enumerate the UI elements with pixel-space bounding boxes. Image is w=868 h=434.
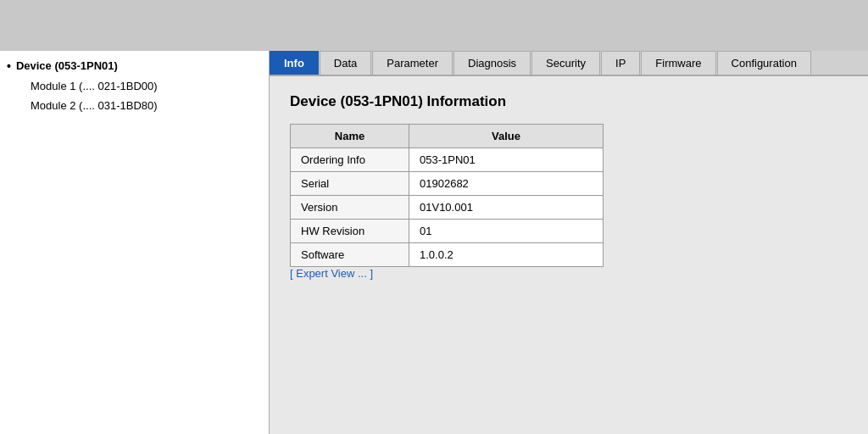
row-value: 053-1PN01 (409, 148, 604, 172)
tab-bar: Info Data Parameter Diagnosis Security I… (270, 51, 868, 76)
sidebar-module1[interactable]: Module 1 (.... 021-1BD00) (7, 76, 262, 96)
module1-label: Module 1 (.... 021-1BD00) (31, 80, 158, 92)
sidebar-module2[interactable]: Module 2 (.... 031-1BD80) (7, 96, 262, 115)
row-name: Software (291, 243, 409, 267)
sidebar: • Device (053-1PN01) Module 1 (.... 021-… (0, 51, 270, 434)
main-container: • Device (053-1PN01) Module 1 (.... 021-… (0, 51, 868, 434)
expert-view-link[interactable]: [ Expert View ... ] (290, 267, 373, 280)
device-label: Device (053-1PN01) (16, 59, 118, 72)
tab-info[interactable]: Info (270, 51, 319, 75)
row-name: Version (291, 196, 409, 220)
tab-ip[interactable]: IP (601, 51, 640, 75)
tab-data[interactable]: Data (320, 51, 371, 75)
tab-configuration[interactable]: Configuration (717, 51, 811, 75)
col-header-value: Value (409, 125, 604, 148)
table-row: Serial01902682 (291, 172, 604, 196)
tab-security[interactable]: Security (531, 51, 600, 75)
table-row: HW Revision01 (291, 220, 604, 243)
module2-label: Module 2 (.... 031-1BD80) (31, 99, 158, 112)
col-header-name: Name (291, 125, 409, 148)
row-value: 01V10.001 (409, 196, 604, 220)
info-table: Name Value Ordering Info053-1PN01Serial0… (290, 124, 604, 267)
row-value: 1.0.0.2 (409, 243, 604, 267)
tab-parameter[interactable]: Parameter (372, 51, 453, 75)
row-name: Ordering Info (291, 148, 409, 172)
tab-firmware[interactable]: Firmware (641, 51, 715, 75)
top-bar (0, 0, 868, 51)
page-title: Device (053-1PN01) Information (290, 93, 848, 110)
row-value: 01 (409, 220, 604, 243)
table-row: Software1.0.0.2 (291, 243, 604, 267)
sidebar-device-item[interactable]: • Device (053-1PN01) (7, 59, 262, 73)
table-row: Ordering Info053-1PN01 (291, 148, 604, 172)
content-area: Info Data Parameter Diagnosis Security I… (270, 51, 868, 434)
row-name: Serial (291, 172, 409, 196)
tab-diagnosis[interactable]: Diagnosis (453, 51, 531, 75)
table-row: Version01V10.001 (291, 196, 604, 220)
row-name: HW Revision (291, 220, 409, 243)
row-value: 01902682 (409, 172, 604, 196)
content-body: Device (053-1PN01) Information Name Valu… (270, 76, 868, 434)
bullet-icon: • (7, 59, 11, 73)
